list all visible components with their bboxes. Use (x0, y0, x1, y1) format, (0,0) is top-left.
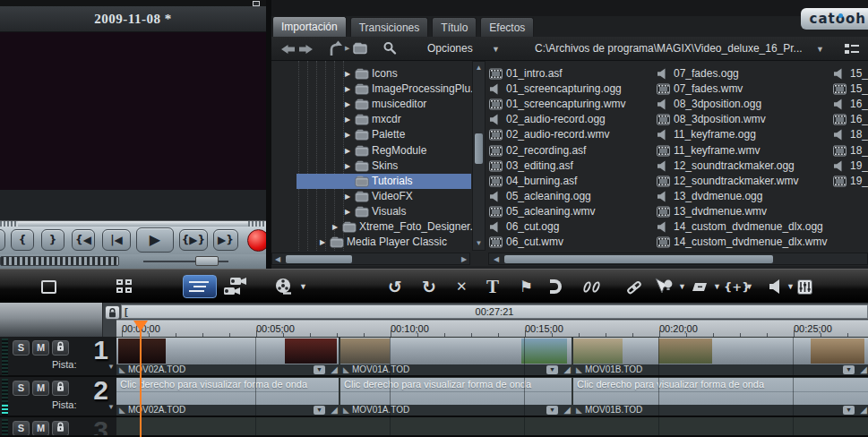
fade-out-handle-icon[interactable]: ◢ (563, 406, 571, 415)
razor-tool-icon[interactable] (692, 270, 709, 304)
timeline-mode-button[interactable] (183, 270, 217, 304)
fade-in-handle-icon[interactable]: ◣ (119, 365, 125, 374)
track-lock-icon[interactable] (52, 381, 69, 396)
solo-button[interactable]: S (13, 421, 30, 436)
transport-mark-out-button[interactable]: } (41, 229, 64, 251)
transport-edge-button[interactable] (0, 229, 5, 251)
monitor-scrub-bar[interactable] (0, 220, 266, 227)
range-bar[interactable]: [00:27:21 (121, 304, 868, 319)
video-clip[interactable]: ◣MOV01B.TOD▼◢ (573, 338, 868, 375)
transport-jump-end-button[interactable]: ▶} (213, 229, 238, 251)
speaker-icon[interactable] (769, 270, 783, 304)
mute-button[interactable]: M (32, 381, 49, 396)
audio-clip[interactable]: Clic derecho para visualizar forma de on… (573, 378, 868, 416)
track-lock-icon[interactable] (52, 340, 69, 356)
back-icon[interactable] (280, 42, 296, 58)
snap-magnet-icon[interactable] (550, 270, 562, 304)
fade-out-handle-icon[interactable]: ◢ (563, 365, 571, 374)
file-item[interactable]: 15_ (271, 66, 868, 81)
track-1-content[interactable]: ◣MOV02A.TOD▼◢◣MOV01A.TOD▼◢◣MOV01B.TOD▼◢ (116, 337, 868, 377)
scroll-left-icon[interactable]: ◀ (272, 254, 283, 264)
shuttle-handle[interactable] (195, 256, 219, 266)
file-item[interactable]: 16_ (271, 97, 868, 112)
storyboard-mode-icon[interactable] (116, 270, 133, 304)
folder-up-icon[interactable] (327, 40, 345, 60)
video-clip[interactable]: ◣MOV02A.TOD▼◢ (116, 338, 339, 375)
fade-in-handle-icon[interactable]: ◣ (119, 406, 125, 415)
track-3-content[interactable] (116, 417, 868, 437)
clip-menu-icon[interactable]: ▼ (546, 365, 558, 374)
file-item[interactable]: 19_ (271, 174, 868, 189)
tab-título[interactable]: Título (432, 17, 477, 37)
tree-horizontal-scrollbar[interactable]: ◀▶ (271, 253, 470, 265)
title-text-icon[interactable]: T (486, 270, 499, 304)
file-item[interactable]: 18_ (271, 127, 868, 142)
fade-in-handle-icon[interactable]: ◣ (576, 365, 582, 374)
speaker-caret-icon[interactable]: ▼ (786, 270, 795, 304)
file-item[interactable]: 19_ (271, 159, 868, 174)
transport-jump-start-button[interactable]: |◀ (102, 229, 131, 251)
mute-button[interactable]: M (32, 340, 49, 356)
transport-mark-in-button[interactable]: { (11, 229, 34, 251)
fade-in-handle-icon[interactable]: ◣ (343, 406, 349, 415)
playhead-marker[interactable] (133, 321, 148, 331)
path-caret-icon[interactable]: ▼ (816, 45, 824, 54)
scroll-down-icon[interactable]: ▼ (474, 238, 484, 248)
movie-reel-icon[interactable] (273, 270, 293, 304)
track-lock-icon[interactable] (52, 421, 69, 436)
clip-menu-icon[interactable]: ▼ (843, 406, 855, 415)
transport-play-range-button[interactable]: {▶} (179, 229, 208, 251)
clip-menu-icon[interactable]: ▼ (843, 365, 855, 374)
audio-clip[interactable]: Clic derecho para visualizar forma de on… (116, 378, 339, 416)
fade-out-handle-icon[interactable]: ◢ (860, 365, 867, 374)
transport-jump-range-start-button[interactable]: {◀ (72, 229, 95, 251)
path-field[interactable]: C:\Archivos de programa\MAGIX\Video_delu… (535, 42, 803, 55)
scroll-up-icon[interactable]: ▲ (474, 63, 484, 73)
browse-folder-icon[interactable]: ▶ (352, 42, 368, 58)
mouse-mode-icon[interactable] (654, 270, 674, 304)
clip-menu-icon[interactable]: ▼ (546, 406, 558, 415)
files-horizontal-scrollbar[interactable]: ◀ (488, 253, 868, 265)
fade-in-handle-icon[interactable]: ◣ (343, 365, 349, 374)
razor-caret-icon[interactable]: ▼ (713, 270, 721, 304)
audio-clip[interactable]: Clic derecho para visualizar forma de on… (340, 378, 572, 416)
forward-icon[interactable] (298, 42, 314, 58)
scroll-left-icon[interactable]: ◀ (491, 254, 502, 264)
clip-menu-icon[interactable]: ▼ (314, 365, 325, 374)
tree-vertical-scrollbar[interactable]: ▲▼ (472, 61, 486, 251)
reel-caret-icon[interactable]: ▼ (299, 270, 307, 304)
file-item[interactable]: 14_custom_dvdmenue_dlx.wmv (271, 235, 868, 250)
tab-efectos[interactable]: Efectos (480, 17, 534, 37)
fade-in-handle-icon[interactable]: ◣ (576, 406, 582, 415)
range-insert-caret-icon[interactable]: ▼ (745, 270, 753, 304)
track-caret-icon[interactable]: ▼ (107, 403, 115, 411)
delete-icon[interactable]: ✕ (456, 270, 468, 304)
multicam-icon[interactable] (222, 270, 251, 304)
mixer-icon[interactable] (797, 270, 812, 304)
redo-icon[interactable]: ↻ (422, 270, 436, 304)
scroll-thumb[interactable] (504, 255, 773, 263)
fade-out-handle-icon[interactable]: ◢ (331, 406, 338, 415)
razor-pair-icon[interactable] (584, 270, 602, 304)
mute-button[interactable]: M (32, 421, 49, 436)
scroll-right-icon[interactable]: ▶ (459, 254, 469, 264)
time-ruler[interactable]: 00:00;0000:05;0000:10;0000:15;0000:20;00… (116, 320, 868, 337)
list-view-icon[interactable] (845, 43, 859, 54)
range-lock-icon[interactable] (105, 305, 120, 320)
fade-out-handle-icon[interactable]: ◢ (331, 365, 338, 374)
scroll-thumb[interactable] (286, 255, 352, 263)
options-caret-icon[interactable]: ▼ (492, 45, 500, 54)
video-clip[interactable]: ◣MOV01A.TOD▼◢ (340, 338, 572, 375)
track-caret-icon[interactable]: ▼ (107, 363, 115, 371)
file-item[interactable]: 18_ (271, 143, 868, 159)
file-item[interactable]: 13_dvdmenue.ogg (271, 189, 868, 204)
tab-importación[interactable]: Importación (272, 16, 347, 37)
clip-menu-icon[interactable]: ▼ (314, 406, 325, 415)
transport-play-button[interactable]: ▶ (136, 227, 174, 253)
marker-flag-icon[interactable]: ⚑ (520, 270, 533, 304)
undo-icon[interactable]: ↺ (388, 270, 402, 304)
options-menu[interactable]: Opciones (427, 42, 473, 55)
track-2-content[interactable]: Clic derecho para visualizar forma de on… (116, 377, 868, 417)
solo-button[interactable]: S (13, 340, 30, 356)
group-link-icon[interactable] (625, 270, 641, 304)
